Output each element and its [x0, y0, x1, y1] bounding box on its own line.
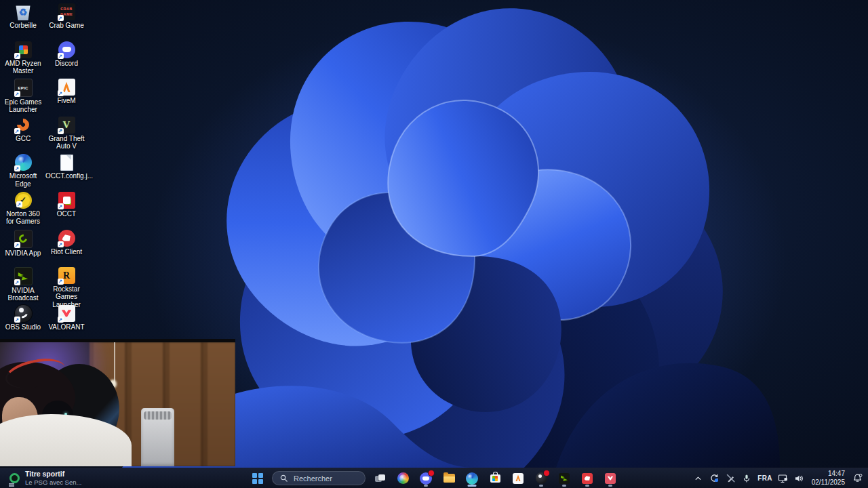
clock-date[interactable]: 14:47 02/11/2025: [810, 470, 846, 487]
copilot-button[interactable]: [394, 470, 412, 487]
pen-disabled-tray-button[interactable]: [725, 470, 736, 487]
taskbar-search[interactable]: [272, 471, 366, 485]
desktop-icon-valorant[interactable]: ↗ VALORANT: [45, 303, 88, 341]
windows-start-icon: [252, 473, 263, 484]
desktop-icon-nvidia-app[interactable]: ↗ NVIDIA App: [1, 228, 45, 266]
desktop-icon-label: NVIDIA Broadcast: [2, 287, 44, 302]
taskbar-valorant[interactable]: [601, 470, 619, 487]
speaker-icon: [794, 474, 804, 483]
desktop-icon-grid: ♻ Corbeille ↗ AMD Ryzen Master EPIC↗ Epi…: [1, 1, 88, 340]
chevron-up-icon: [694, 474, 703, 483]
taskbar-discord[interactable]: [417, 470, 435, 487]
desktop-icon-label: OCCT.config.j...: [45, 172, 87, 180]
tray-time: 14:47: [828, 470, 845, 479]
shortcut-arrow-icon: ↗: [14, 128, 20, 134]
taskbar-fivem[interactable]: [509, 470, 527, 487]
desktop-icon-crab-game[interactable]: CRAB GAME↗ Crab Game: [45, 1, 88, 39]
desktop-icon-corbeille[interactable]: ♻ Corbeille: [1, 1, 45, 39]
desktop-icon-occt[interactable]: ↗ OCCT: [45, 190, 88, 228]
desktop-icon-fivem[interactable]: ↗ FiveM: [45, 77, 88, 115]
system-tray: FRA 14:47 02/11/2025: [692, 468, 865, 488]
norton-icon: ✓↗: [15, 192, 32, 209]
valorant-icon: [605, 473, 616, 484]
network-tray-button[interactable]: [778, 470, 789, 487]
desktop-icon-label: OCCT: [57, 210, 76, 218]
desktop-icon-label: Microsoft Edge: [2, 172, 44, 187]
tray-date: 02/11/2025: [812, 479, 845, 487]
active-window-indicator: [468, 485, 477, 487]
notification-center-button[interactable]: [852, 470, 863, 487]
desktop-icon-riot-client[interactable]: ↗ Riot Client: [45, 228, 88, 266]
rockstar-icon: R↗: [58, 267, 75, 284]
file-explorer-icon: [443, 474, 455, 483]
desktop-icon-gta-v[interactable]: V↗ Grand Theft Auto V: [45, 115, 88, 152]
start-button[interactable]: [249, 470, 267, 487]
shortcut-arrow-icon: ↗: [14, 165, 20, 171]
desktop-icon-nvidia-broadcast[interactable]: ↗ NVIDIA Broadcast: [1, 265, 45, 303]
sync-update-icon: [709, 473, 719, 483]
running-indicator: [539, 485, 543, 487]
json-file-icon: [58, 154, 75, 171]
epic-glyph: EPIC: [18, 86, 28, 90]
taskbar-obs[interactable]: [532, 470, 550, 487]
nvidia-broadcast-icon: [559, 473, 570, 484]
search-icon: [279, 474, 288, 483]
hidden-icons-button[interactable]: [692, 470, 703, 487]
obs-studio-icon: ↗: [15, 305, 32, 322]
running-indicator: [585, 485, 589, 487]
task-view-button[interactable]: [371, 470, 389, 487]
file-explorer-button[interactable]: [440, 470, 458, 487]
shortcut-arrow-icon: ↗: [58, 128, 64, 134]
microphone-tray-button[interactable]: [741, 470, 752, 487]
valorant-icon: ↗: [58, 305, 75, 322]
ethernet-network-icon: [778, 474, 789, 483]
copilot-icon: [397, 472, 409, 484]
desktop-icon-microsoft-edge[interactable]: ↗ Microsoft Edge: [1, 152, 45, 190]
running-indicator: [608, 485, 612, 487]
shortcut-arrow-icon: ↗: [16, 201, 22, 207]
microphone-icon: [742, 474, 751, 483]
desktop-icon-label: GCC: [16, 135, 31, 142]
language-label: FRA: [757, 474, 772, 482]
taskbar-riot-client[interactable]: [578, 470, 596, 487]
task-view-icon: [375, 474, 385, 483]
shortcut-arrow-icon: ↗: [14, 242, 20, 248]
update-tray-button[interactable]: [709, 470, 719, 487]
desktop-icon-label: Crab Game: [49, 22, 84, 29]
occt-icon: ↗: [58, 192, 75, 209]
desktop-icon-label: FiveM: [57, 97, 75, 104]
shortcut-arrow-icon: ↗: [58, 317, 64, 323]
desktop-icon-gcc[interactable]: ↗ GCC: [1, 115, 45, 152]
desktop-icon-discord[interactable]: ↗ Discord: [45, 39, 88, 77]
widgets-button[interactable]: Titre sportif Le PSG avec Sen...: [0, 468, 91, 488]
desktop-icon-epic-games-launcher[interactable]: EPIC↗ Epic Games Launcher: [1, 77, 45, 115]
shortcut-arrow-icon: ↗: [58, 279, 64, 285]
desktop-icon-label: Norton 360 for Gamers: [2, 210, 44, 225]
language-switcher[interactable]: FRA: [757, 470, 772, 487]
desktop-icon-label: VALORANT: [48, 323, 84, 331]
desktop-icon-rockstar-launcher[interactable]: R↗ Rockstar Games Launcher: [45, 265, 88, 303]
desktop-icon-norton-360[interactable]: ✓↗ Norton 360 for Gamers: [1, 190, 45, 228]
desktop-icon-label: Epic Games Launcher: [2, 98, 44, 113]
desktop-icon-occt-config-file[interactable]: OCCT.config.j...: [45, 152, 88, 190]
desktop-icon-obs-studio[interactable]: ↗ OBS Studio: [1, 303, 45, 341]
edge-icon: ↗: [15, 154, 32, 171]
shortcut-arrow-icon: ↗: [14, 53, 20, 59]
shortcut-arrow-icon: ↗: [58, 203, 64, 209]
taskbar-edge[interactable]: [463, 470, 481, 487]
shortcut-arrow-icon: ↗: [58, 241, 64, 247]
shortcut-arrow-icon: ↗: [14, 91, 20, 97]
webcam-video-frame: [0, 342, 235, 466]
amd-ryzen-master-icon: ↗: [15, 41, 32, 58]
desktop-icon-label: NVIDIA App: [5, 249, 41, 257]
desktop-icon-label: Grand Theft Auto V: [45, 135, 87, 150]
volume-tray-button[interactable]: [794, 470, 805, 487]
desktop-icon-amd-ryzen-master[interactable]: ↗ AMD Ryzen Master: [1, 39, 45, 77]
shortcut-arrow-icon: ↗: [58, 53, 64, 59]
microsoft-store-button[interactable]: [486, 470, 504, 487]
taskbar-nvidia-broadcast[interactable]: [555, 470, 573, 487]
widget-title: Titre sportif: [25, 470, 81, 479]
search-input[interactable]: [292, 474, 358, 483]
pen-disabled-icon: [726, 473, 736, 483]
fivem-icon: [513, 473, 524, 484]
